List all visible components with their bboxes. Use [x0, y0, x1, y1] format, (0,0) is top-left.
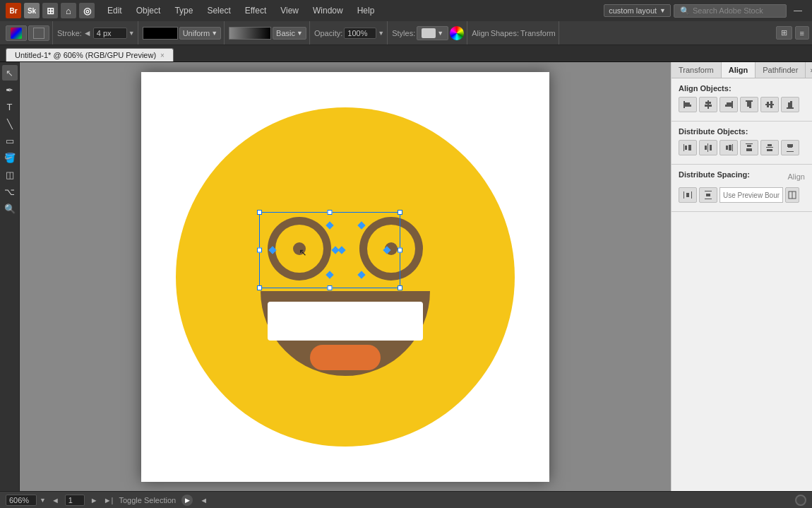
- opacity-input[interactable]: [344, 28, 376, 39]
- align-to-label: Align: [788, 172, 805, 181]
- layout-select[interactable]: custom layout ▼: [604, 4, 671, 17]
- handle-tr[interactable]: [398, 210, 402, 215]
- svg-rect-4: [705, 102, 711, 104]
- eyedropper-tool[interactable]: ⌥: [2, 184, 18, 199]
- menu-select[interactable]: Select: [200, 0, 237, 21]
- style-swatch[interactable]: [229, 27, 271, 40]
- align-left-btn[interactable]: [679, 97, 697, 112]
- align-center-h-btn[interactable]: [699, 97, 717, 112]
- dist-center-h-btn[interactable]: [699, 140, 717, 155]
- line-tool[interactable]: ╲: [2, 116, 18, 131]
- grid-icon[interactable]: ⊞: [42, 3, 58, 18]
- toggle-play-btn[interactable]: ▶: [181, 495, 193, 506]
- gradient-tool[interactable]: ◫: [2, 167, 18, 182]
- align-top-btn[interactable]: [740, 97, 758, 112]
- svg-rect-7: [727, 102, 732, 105]
- search-stock[interactable]: 🔍 Search Adobe Stock: [674, 4, 787, 18]
- align-group: Align Shapes: Transform: [469, 21, 559, 45]
- tab-close-btn[interactable]: ×: [160, 52, 165, 59]
- svg-rect-20: [688, 145, 691, 150]
- anchor-left-right: [338, 246, 345, 254]
- pen-tool[interactable]: ✒: [2, 82, 18, 98]
- dist-spacing-h-btn[interactable]: [679, 187, 697, 203]
- paint-bucket-tool[interactable]: 🪣: [2, 150, 18, 165]
- menu-window[interactable]: Window: [306, 0, 350, 21]
- align-right-btn[interactable]: [720, 97, 738, 112]
- fill-type-btn[interactable]: [28, 25, 49, 41]
- handle-ml[interactable]: [257, 247, 262, 252]
- nav-next-btn[interactable]: ►: [90, 496, 98, 504]
- handle-bc[interactable]: [328, 285, 333, 290]
- nav-last-btn[interactable]: ►|: [104, 496, 114, 504]
- zoom-input[interactable]: [6, 495, 37, 506]
- svg-rect-30: [766, 147, 773, 148]
- rect-tool[interactable]: ▭: [2, 133, 18, 148]
- menu-effect[interactable]: Effect: [238, 0, 273, 21]
- list-view-btn[interactable]: ≡: [795, 26, 809, 40]
- menu-type[interactable]: Type: [167, 0, 200, 21]
- menu-view[interactable]: View: [273, 0, 306, 21]
- opacity-chevron[interactable]: ▼: [378, 30, 384, 37]
- spacing-value-input[interactable]: [720, 187, 783, 203]
- panel-collapse-btn[interactable]: ◄: [200, 496, 208, 504]
- stroke-dropdown-btn[interactable]: ▼: [129, 30, 135, 37]
- grid-view-btn[interactable]: ⊞: [776, 26, 792, 40]
- type-tool[interactable]: T: [2, 99, 18, 114]
- selection-tool[interactable]: ↖: [2, 65, 18, 81]
- handle-bl[interactable]: [257, 285, 262, 290]
- align-to-btn[interactable]: [785, 187, 799, 203]
- page-input[interactable]: [65, 495, 85, 506]
- zoom-chevron[interactable]: ▼: [40, 497, 46, 504]
- panel-more-btn[interactable]: »: [806, 62, 812, 78]
- panel-toggle-btn[interactable]: —: [789, 6, 806, 16]
- stroke-down-btn[interactable]: ◄: [83, 28, 92, 38]
- stroke-swatch[interactable]: [143, 27, 178, 40]
- tab-transform[interactable]: Transform: [671, 62, 722, 78]
- handle-tc[interactable]: [328, 210, 333, 215]
- align-middle-btn[interactable]: [760, 97, 779, 112]
- tab-align[interactable]: Align: [722, 62, 756, 78]
- menu-object[interactable]: Object: [129, 0, 168, 21]
- stroke-color-btn[interactable]: [6, 25, 27, 41]
- toggle-selection-label: Toggle Selection: [119, 496, 176, 504]
- dist-left-btn[interactable]: [679, 140, 697, 155]
- stroke-value-input[interactable]: [93, 28, 127, 39]
- dist-bottom-btn[interactable]: [781, 140, 799, 155]
- tab-pathfinder[interactable]: Pathfinder: [756, 62, 806, 78]
- nav-prev-btn[interactable]: ◄: [52, 496, 59, 504]
- scroll-indicator: [795, 495, 806, 506]
- dist-center-v-btn[interactable]: [760, 140, 779, 155]
- svg-rect-25: [726, 146, 728, 150]
- bridge-icon[interactable]: Br: [6, 3, 21, 18]
- menu-help[interactable]: Help: [350, 0, 382, 21]
- basic-dropdown[interactable]: Basic ▼: [273, 27, 306, 40]
- eye-left-pupil: [293, 242, 306, 255]
- svg-rect-28: [747, 145, 751, 147]
- layout-chevron: ▼: [659, 7, 666, 14]
- transform-label: Transform: [520, 29, 556, 37]
- svg-rect-13: [767, 102, 769, 107]
- dist-right-btn[interactable]: [720, 140, 738, 155]
- menu-edit[interactable]: Edit: [100, 0, 129, 21]
- handle-br[interactable]: [398, 285, 402, 290]
- feather-icon[interactable]: ⌂: [61, 3, 76, 18]
- dist-spacing-v-btn[interactable]: [699, 187, 717, 203]
- align-objects-title: Align Objects:: [679, 84, 805, 93]
- color-wheel-btn[interactable]: [450, 26, 464, 40]
- dist-top-btn[interactable]: [740, 140, 758, 155]
- zoom-tool[interactable]: 🔍: [2, 201, 18, 216]
- align-bottom-btn[interactable]: [781, 97, 799, 112]
- menu-bar: Br Sk ⊞ ⌂ ◎ Edit Object Type Select Effe…: [0, 0, 812, 21]
- handle-tl[interactable]: [257, 210, 262, 215]
- circle-icon[interactable]: ◎: [79, 3, 95, 18]
- stock-icon[interactable]: Sk: [24, 3, 40, 18]
- styles-btn[interactable]: ▼: [417, 26, 448, 40]
- svg-rect-32: [767, 149, 772, 151]
- svg-rect-23: [710, 145, 712, 150]
- stroke-type-dropdown[interactable]: Uniform ▼: [179, 27, 221, 40]
- svg-rect-41: [706, 194, 710, 196]
- svg-rect-40: [705, 199, 712, 199]
- style-group: Styles: ▼: [389, 21, 467, 45]
- svg-rect-36: [683, 191, 684, 199]
- document-tab[interactable]: Untitled-1* @ 606% (RGB/GPU Preview) ×: [6, 48, 174, 61]
